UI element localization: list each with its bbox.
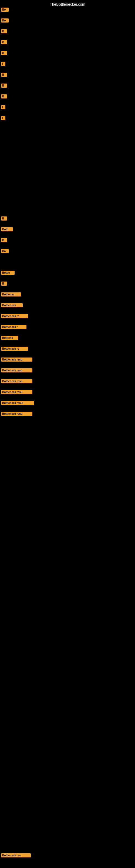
badge-2: Bo bbox=[1, 19, 9, 23]
badge-3: B bbox=[1, 29, 7, 33]
badge-5: B bbox=[1, 51, 7, 55]
badge-16: Bottle bbox=[1, 271, 14, 275]
badge-29: Bottleneck resu bbox=[1, 412, 32, 416]
badge-19: Bottleneck bbox=[1, 303, 23, 307]
badge-15: Bo bbox=[1, 249, 9, 253]
badge-28: Bottleneck resul bbox=[1, 401, 34, 405]
badge-8: B bbox=[1, 84, 7, 88]
badge-1: Bo bbox=[1, 8, 9, 12]
badge-9: B bbox=[1, 94, 7, 98]
badge-6: I bbox=[1, 62, 5, 66]
badge-4: B bbox=[1, 40, 7, 44]
badge-14: B bbox=[1, 238, 7, 242]
badge-23: Bottleneck re bbox=[1, 347, 28, 351]
badge-24: Bottleneck resu bbox=[1, 358, 32, 362]
badge-11: I bbox=[1, 116, 5, 120]
site-title: TheBottlenecker.com bbox=[50, 2, 85, 6]
badge-7: B bbox=[1, 73, 7, 77]
badge-20: Bottleneck re bbox=[1, 314, 28, 318]
badge-22: Bottlene bbox=[1, 336, 18, 340]
badge-21: Bottleneck r bbox=[1, 325, 27, 329]
badge-13: Bottl bbox=[1, 227, 13, 231]
badge-27: Bottleneck resu bbox=[1, 390, 32, 394]
badge-25: Bottleneck resu bbox=[1, 368, 32, 372]
badge-10: I bbox=[1, 105, 5, 109]
badge-26: Bottleneck resu bbox=[1, 379, 32, 383]
badge-17: B bbox=[1, 282, 7, 286]
badge-30: Bottleneck res bbox=[1, 854, 31, 858]
badge-12: E bbox=[1, 216, 7, 220]
badge-18: Bottlenec bbox=[1, 292, 21, 297]
